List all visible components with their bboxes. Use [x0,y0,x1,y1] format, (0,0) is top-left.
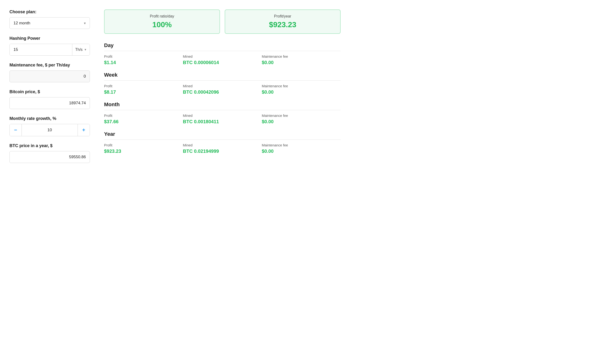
profit-item-day: Profit $1.14 [104,54,183,65]
fee-item-month: Maintenance fee $0.00 [262,114,341,124]
mined-item-month: Mined BTC 0.00180411 [183,114,262,124]
fee-item-day: Maintenance fee $0.00 [262,54,341,65]
period-title-month: Month [104,102,341,110]
hashing-unit-arrow: ▼ [84,48,87,51]
metrics-row-day: Profit $1.14 Mined BTC 0.00006014 Mainte… [104,54,341,65]
bitcoin-price-label: Bitcoin price, $ [10,89,90,94]
mined-item-day: Mined BTC 0.00006014 [183,54,262,65]
profit-label-year: Profit [104,143,183,147]
fee-value-month: $0.00 [262,119,341,124]
mined-value-week: BTC 0.00042096 [183,89,262,95]
profit-item-week: Profit $8.17 [104,84,183,95]
mined-item-week: Mined BTC 0.00042096 [183,84,262,95]
metrics-row-year: Profit $923.23 Mined BTC 0.02194999 Main… [104,143,341,154]
fee-value-week: $0.00 [262,89,341,95]
profit-ratio-value: 100% [110,20,214,29]
right-panel: Profit ratio/day 100% Profit/year $923.2… [104,10,341,170]
mined-label-week: Mined [183,84,262,88]
hashing-power-input[interactable] [10,44,72,55]
period-section-week: Week Profit $8.17 Mined BTC 0.00042096 M… [104,72,341,95]
fee-value-day: $0.00 [262,60,341,65]
profit-year-label: Profit/year [231,14,335,18]
mined-label-month: Mined [183,114,262,117]
maintenance-fee-input[interactable] [10,70,90,82]
period-title-day: Day [104,42,341,51]
metrics-row-week: Profit $8.17 Mined BTC 0.00042096 Mainte… [104,84,341,95]
mined-item-year: Mined BTC 0.02194999 [183,143,262,154]
mined-value-month: BTC 0.00180411 [183,119,262,124]
profit-value-week: $8.17 [104,89,183,95]
fee-item-week: Maintenance fee $0.00 [262,84,341,95]
main-container: Choose plan: 12 month 6 month 3 month 1 … [10,10,341,170]
hashing-power-label: Hashing Power [10,36,90,41]
left-panel: Choose plan: 12 month 6 month 3 month 1 … [10,10,90,170]
stepper-row: − + [10,124,90,136]
mined-value-day: BTC 0.00006014 [183,60,262,65]
period-section-day: Day Profit $1.14 Mined BTC 0.00006014 Ma… [104,42,341,65]
profit-ratio-label: Profit ratio/day [110,14,214,18]
maintenance-fee-group: Maintenance fee, $ per Th/day [10,63,90,82]
profit-value-month: $37.66 [104,119,183,124]
bitcoin-price-input[interactable] [10,97,90,109]
fee-value-year: $0.00 [262,149,341,154]
hashing-power-group: Hashing Power Th/s ▼ [10,36,90,56]
hashing-unit-selector[interactable]: Th/s ▼ [72,44,90,55]
plan-select-wrapper[interactable]: 12 month 6 month 3 month 1 month ▼ [10,17,90,29]
mined-label-year: Mined [183,143,262,147]
choose-plan-group: Choose plan: 12 month 6 month 3 month 1 … [10,10,90,29]
plan-select[interactable]: 12 month 6 month 3 month 1 month [10,17,90,29]
fee-label-month: Maintenance fee [262,114,341,117]
fee-label-day: Maintenance fee [262,54,341,58]
monthly-rate-group: Monthly rate growth, % − + [10,116,90,136]
metrics-row-month: Profit $37.66 Mined BTC 0.00180411 Maint… [104,114,341,124]
monthly-rate-label: Monthly rate growth, % [10,116,90,121]
hashing-unit-label: Th/s [75,48,83,52]
summary-cards: Profit ratio/day 100% Profit/year $923.2… [104,10,341,34]
profit-value-day: $1.14 [104,60,183,65]
increment-button[interactable]: + [78,124,90,136]
profit-year-value: $923.23 [231,20,335,29]
decrement-button[interactable]: − [10,124,22,136]
period-title-year: Year [104,131,341,140]
btc-price-year-input[interactable] [10,151,90,163]
profit-item-year: Profit $923.23 [104,143,183,154]
profit-year-card: Profit/year $923.23 [225,10,341,34]
periods-container: Day Profit $1.14 Mined BTC 0.00006014 Ma… [104,42,341,154]
mined-value-year: BTC 0.02194999 [183,149,262,154]
bitcoin-price-group: Bitcoin price, $ [10,89,90,109]
btc-price-year-label: BTC price in a year, $ [10,143,90,148]
period-section-year: Year Profit $923.23 Mined BTC 0.02194999… [104,131,341,154]
profit-item-month: Profit $37.66 [104,114,183,124]
period-section-month: Month Profit $37.66 Mined BTC 0.00180411… [104,102,341,124]
profit-value-year: $923.23 [104,149,183,154]
profit-label-month: Profit [104,114,183,117]
fee-item-year: Maintenance fee $0.00 [262,143,341,154]
mined-label-day: Mined [183,54,262,58]
profit-label-day: Profit [104,54,183,58]
maintenance-fee-label: Maintenance fee, $ per Th/day [10,63,90,68]
profit-label-week: Profit [104,84,183,88]
choose-plan-label: Choose plan: [10,10,90,14]
btc-price-year-group: BTC price in a year, $ [10,143,90,163]
monthly-rate-input[interactable] [22,124,78,136]
period-title-week: Week [104,72,341,81]
fee-label-week: Maintenance fee [262,84,341,88]
profit-ratio-card: Profit ratio/day 100% [104,10,220,34]
fee-label-year: Maintenance fee [262,143,341,147]
hashing-row: Th/s ▼ [10,44,90,56]
